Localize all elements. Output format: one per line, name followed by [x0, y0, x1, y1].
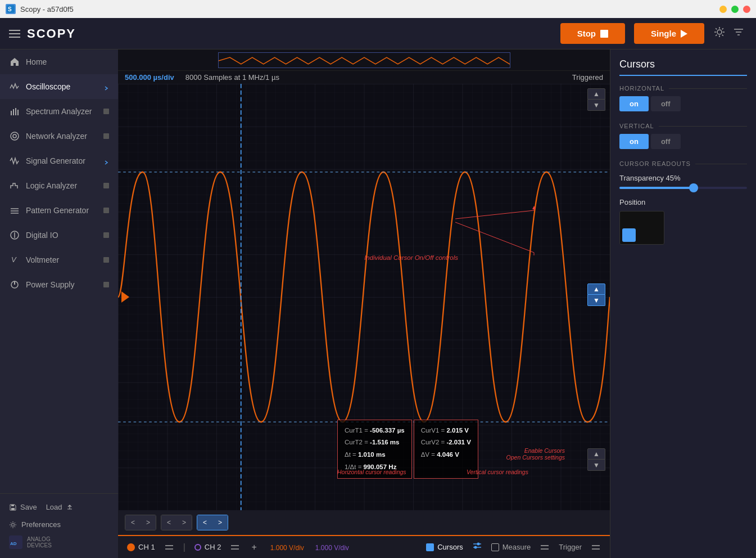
vertical-cursor-label: Vertical cursor readings: [467, 469, 528, 475]
trigger-settings-icon[interactable]: [591, 542, 601, 552]
ch-divider: |: [183, 542, 185, 552]
transparency-slider[interactable]: [619, 187, 747, 189]
ch1-dot: [127, 543, 135, 551]
measure-button-bottom[interactable]: Measure: [491, 543, 531, 551]
sidebar-item-power[interactable]: Power Supply: [0, 272, 118, 297]
cursor-handle[interactable]: [121, 291, 129, 303]
status-dot: [103, 183, 109, 188]
svg-rect-2: [11, 111, 12, 115]
slider-thumb[interactable]: [689, 183, 698, 192]
nav-right-2[interactable]: >: [176, 515, 192, 530]
delta-t-value: Δt = 1.010 ms: [345, 449, 405, 461]
add-channel-button[interactable]: +: [251, 542, 256, 552]
filter-button[interactable]: [732, 26, 745, 41]
horizontal-off-button[interactable]: off: [651, 96, 681, 111]
open-cursors-text: Open Cursors settings: [506, 454, 565, 461]
position-indicator[interactable]: [622, 228, 636, 242]
sidebar-item-oscilloscope[interactable]: Oscilloscope: [0, 74, 118, 99]
stop-button[interactable]: Stop: [560, 23, 625, 44]
expand-arrow-icon: [103, 84, 109, 89]
vertical-on-button[interactable]: on: [619, 134, 649, 149]
cursors-settings-icon[interactable]: [472, 541, 482, 554]
minimize-button[interactable]: [719, 6, 727, 13]
measure-settings-icon[interactable]: [540, 542, 550, 552]
svg-point-39: [474, 546, 477, 549]
readouts-label: CURSOR READOUTS: [619, 160, 747, 167]
sidebar-item-label: Network Analyzer: [26, 132, 87, 141]
nav-arrows-3[interactable]: < >: [197, 515, 228, 530]
single-button[interactable]: Single: [634, 23, 704, 44]
preview-canvas: [218, 52, 510, 68]
nav-left-3[interactable]: <: [197, 515, 212, 530]
sidebar-item-digital[interactable]: Digital IO: [0, 223, 118, 248]
nav-right-3[interactable]: >: [212, 515, 228, 530]
nav-right-1[interactable]: >: [141, 515, 156, 530]
top-toolbar: Stop Single: [118, 18, 756, 50]
svg-rect-15: [11, 508, 15, 510]
oscilloscope-panel: 500.000 µs/div 8000 Samples at 1 MHz/1 µ…: [118, 50, 610, 558]
scroll-mid-down-button[interactable]: ▼: [587, 295, 605, 306]
scope-info-bar: 500.000 µs/div 8000 Samples at 1 MHz/1 µ…: [118, 71, 610, 84]
svg-rect-3: [13, 109, 14, 115]
maximize-button[interactable]: [731, 6, 739, 13]
position-box[interactable]: [619, 211, 664, 245]
trigger-button-bottom[interactable]: Trigger: [559, 543, 582, 551]
enable-cursors-text: Enable Cursors: [506, 447, 565, 454]
sidebar-item-network[interactable]: Network Analyzer: [0, 124, 118, 148]
main-content: 500.000 µs/div 8000 Samples at 1 MHz/1 µ…: [118, 50, 756, 558]
horizontal-cursor-section: HORIZONTAL on off: [619, 85, 747, 111]
transparency-slider-container[interactable]: [619, 187, 747, 189]
sidebar-item-signal[interactable]: Signal Generator: [0, 148, 118, 173]
transparency-label: Transparency 45%: [619, 174, 747, 182]
ch2-vol-text: 1.000 V/div: [315, 544, 349, 552]
scroll-down-button[interactable]: ▼: [587, 100, 605, 111]
ch1-indicator: CH 1: [127, 543, 155, 551]
sidebar-item-home[interactable]: Home: [0, 50, 118, 74]
vertical-off-button[interactable]: off: [651, 134, 681, 149]
curt2-value: CurT2 = -1.516 ms: [345, 436, 405, 449]
nav-left-1[interactable]: <: [125, 515, 141, 530]
settings-button[interactable]: [713, 26, 726, 41]
enable-cursors-annotation: Enable Cursors Open Cursors settings: [506, 447, 565, 461]
sidebar-item-voltmeter[interactable]: V Voltmeter: [0, 248, 118, 272]
sidebar-item-spectrum[interactable]: Spectrum Analyzer: [0, 99, 118, 124]
curv1-value: CurV1 = 2.015 V: [421, 425, 471, 437]
save-button[interactable]: Save: [9, 503, 37, 511]
scroll-bottom-controls: ▲ ▼: [587, 448, 605, 471]
svg-point-20: [717, 30, 722, 34]
nav-left-2[interactable]: <: [161, 515, 176, 530]
trigger-status: Triggered: [572, 73, 603, 82]
sidebar-item-logic[interactable]: Logic Analyzer: [0, 173, 118, 198]
measure-checkbox: [491, 543, 499, 551]
close-button[interactable]: [743, 6, 750, 13]
app-icon: S: [6, 4, 16, 14]
preferences-label: Preferences: [21, 520, 61, 529]
ch2-dot: [194, 544, 201, 551]
preferences-button[interactable]: Preferences: [9, 518, 109, 531]
load-button[interactable]: Load: [46, 503, 74, 511]
nav-arrows-2[interactable]: < >: [161, 515, 192, 530]
ch2-settings-icon[interactable]: [230, 542, 240, 552]
horizontal-cursor-readings-text: Horizontal cursor readings: [337, 469, 406, 475]
footer-actions: Save Load: [9, 503, 109, 511]
ch1-settings-icon[interactable]: [164, 542, 174, 552]
horizontal-on-button[interactable]: on: [619, 96, 649, 111]
hamburger-menu[interactable]: [9, 30, 20, 38]
cursors-button-bottom[interactable]: Cursors: [426, 543, 463, 551]
sidebar-item-pattern[interactable]: Pattern Generator: [0, 198, 118, 223]
sidebar-item-label: Home: [26, 57, 47, 66]
vertical-toggle-group: on off: [619, 134, 747, 149]
status-dot: [103, 208, 109, 213]
scroll-bottom-up-button[interactable]: ▲: [587, 448, 605, 460]
nav-arrows-1[interactable]: < >: [125, 515, 156, 530]
stop-icon: [600, 30, 608, 38]
scroll-mid-up-button[interactable]: ▲: [587, 284, 605, 295]
waveform-area[interactable]: ▲ ▼ ▲ ▼ ▲ ▼: [118, 84, 610, 510]
ch2-vol-div: 1.000 V/div: [315, 542, 349, 552]
scroll-bottom-down-button[interactable]: ▼: [587, 460, 605, 471]
horizontal-toggle-group: on off: [619, 96, 747, 111]
scroll-up-button[interactable]: ▲: [587, 88, 605, 100]
sidebar-header: SCOPY: [0, 18, 118, 50]
svg-point-7: [13, 134, 16, 138]
sidebar-item-label: Digital IO: [26, 231, 58, 240]
